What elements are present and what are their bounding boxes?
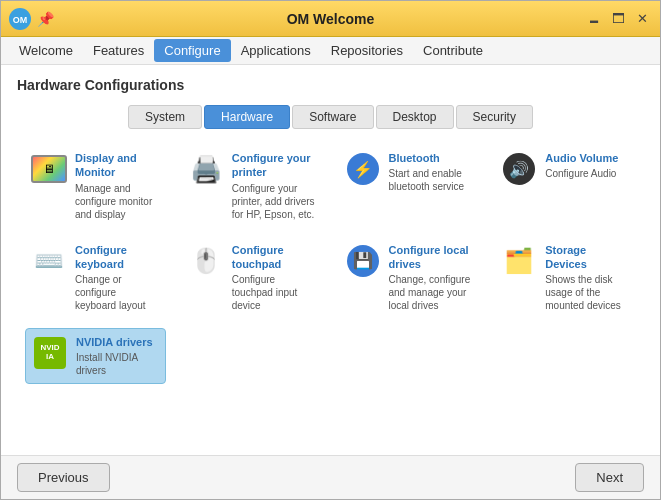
touchpad-icon: 🖱️ (188, 243, 224, 279)
app-icon: OM (9, 8, 31, 30)
bluetooth-text: BluetoothStart and enable bluetooth serv… (389, 151, 474, 193)
footer: Previous Next (1, 455, 660, 499)
minimize-button[interactable]: 🗕 (584, 9, 604, 29)
touchpad-text: Configure touchpadConfigure touchpad inp… (232, 243, 317, 313)
menu-item-welcome[interactable]: Welcome (9, 39, 83, 62)
printer-text: Configure your printerConfigure your pri… (232, 151, 317, 221)
display-icon: 🖥 (31, 151, 67, 187)
pin-icon: 📌 (37, 11, 54, 27)
tab-security[interactable]: Security (456, 105, 533, 129)
audio-title: Audio Volume (545, 151, 630, 165)
grid-item-drives[interactable]: 💾Configure local drivesChange, configure… (339, 237, 480, 319)
menu-item-configure[interactable]: Configure (154, 39, 230, 62)
grid-item-bluetooth[interactable]: ⚡BluetoothStart and enable bluetooth ser… (339, 145, 480, 227)
page-title: Hardware Configurations (17, 77, 644, 93)
keyboard-text: Configure keyboardChange or configure ke… (75, 243, 160, 313)
audio-text: Audio VolumeConfigure Audio (545, 151, 630, 180)
tab-software[interactable]: Software (292, 105, 373, 129)
menu-item-repositories[interactable]: Repositories (321, 39, 413, 62)
nvidia-text: NVIDIA driversInstall NVIDIA drivers (76, 335, 159, 377)
display-title: Display and Monitor (75, 151, 160, 180)
storage-desc: Shows the disk usage of the mounted devi… (545, 273, 630, 312)
drives-text: Configure local drivesChange, configure … (389, 243, 474, 313)
window-title: OM Welcome (287, 11, 375, 27)
title-bar: OM 📌 OM Welcome 🗕 🗖 ✕ (1, 1, 660, 37)
tab-desktop[interactable]: Desktop (376, 105, 454, 129)
touchpad-title: Configure touchpad (232, 243, 317, 272)
audio-desc: Configure Audio (545, 167, 630, 180)
grid-item-display[interactable]: 🖥Display and MonitorManage and configure… (25, 145, 166, 227)
bluetooth-desc: Start and enable bluetooth service (389, 167, 474, 193)
previous-button[interactable]: Previous (17, 463, 110, 492)
audio-icon: 🔊 (501, 151, 537, 187)
main-window: OM 📌 OM Welcome 🗕 🗖 ✕ WelcomeFeaturesCon… (0, 0, 661, 500)
close-button[interactable]: ✕ (632, 9, 652, 29)
storage-icon: 🗂️ (501, 243, 537, 279)
next-button[interactable]: Next (575, 463, 644, 492)
nvidia-desc: Install NVIDIA drivers (76, 351, 159, 377)
drives-icon: 💾 (345, 243, 381, 279)
bluetooth-title: Bluetooth (389, 151, 474, 165)
maximize-button[interactable]: 🗖 (608, 9, 628, 29)
content-area: Hardware Configurations SystemHardwareSo… (1, 65, 660, 455)
keyboard-desc: Change or configure keyboard layout (75, 273, 160, 312)
grid-item-nvidia[interactable]: NVIDIANVIDIA driversInstall NVIDIA drive… (25, 328, 166, 384)
printer-title: Configure your printer (232, 151, 317, 180)
grid-item-touchpad[interactable]: 🖱️Configure touchpadConfigure touchpad i… (182, 237, 323, 319)
hardware-tabs: SystemHardwareSoftwareDesktopSecurity (17, 105, 644, 129)
svg-text:OM: OM (13, 15, 28, 25)
bluetooth-icon: ⚡ (345, 151, 381, 187)
tab-system[interactable]: System (128, 105, 202, 129)
keyboard-title: Configure keyboard (75, 243, 160, 272)
grid-item-storage[interactable]: 🗂️Storage DevicesShows the disk usage of… (495, 237, 636, 319)
keyboard-icon: ⌨️ (31, 243, 67, 279)
menu-bar: WelcomeFeaturesConfigureApplicationsRepo… (1, 37, 660, 65)
nvidia-title: NVIDIA drivers (76, 335, 159, 349)
storage-title: Storage Devices (545, 243, 630, 272)
printer-desc: Configure your printer, add drivers for … (232, 182, 317, 221)
display-text: Display and MonitorManage and configure … (75, 151, 160, 221)
window-controls: 🗕 🗖 ✕ (584, 9, 652, 29)
nvidia-icon: NVIDIA (32, 335, 68, 371)
display-desc: Manage and configure monitor and display (75, 182, 160, 221)
menu-item-features[interactable]: Features (83, 39, 154, 62)
storage-text: Storage DevicesShows the disk usage of t… (545, 243, 630, 313)
menu-item-applications[interactable]: Applications (231, 39, 321, 62)
printer-icon: 🖨️ (188, 151, 224, 187)
grid-item-keyboard[interactable]: ⌨️Configure keyboardChange or configure … (25, 237, 166, 319)
grid-item-printer[interactable]: 🖨️Configure your printerConfigure your p… (182, 145, 323, 227)
grid-item-audio[interactable]: 🔊Audio VolumeConfigure Audio (495, 145, 636, 227)
tab-hardware[interactable]: Hardware (204, 105, 290, 129)
drives-desc: Change, configure and manage your local … (389, 273, 474, 312)
hardware-grid: 🖥Display and MonitorManage and configure… (17, 145, 644, 384)
touchpad-desc: Configure touchpad input device (232, 273, 317, 312)
menu-item-contribute[interactable]: Contribute (413, 39, 493, 62)
drives-title: Configure local drives (389, 243, 474, 272)
